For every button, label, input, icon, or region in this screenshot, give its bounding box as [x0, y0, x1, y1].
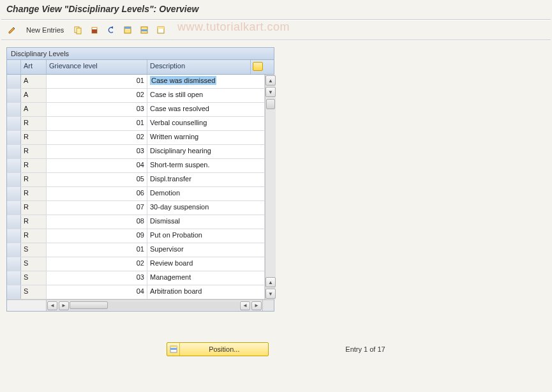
- cell-art[interactable]: A: [21, 103, 47, 116]
- table-row[interactable]: R0730-day suspension: [7, 201, 265, 215]
- cell-grievance-level[interactable]: 07: [47, 201, 147, 215]
- deselect-all-button[interactable]: [154, 23, 168, 37]
- row-selector[interactable]: [7, 229, 21, 243]
- cell-art[interactable]: S: [21, 243, 47, 257]
- cell-grievance-level[interactable]: 05: [47, 173, 147, 186]
- cell-description[interactable]: Disciplinary hearing: [147, 145, 265, 158]
- cell-description[interactable]: Demotion: [147, 187, 265, 200]
- cell-grievance-level[interactable]: 04: [47, 285, 147, 299]
- position-button[interactable]: Position...: [167, 342, 269, 356]
- vertical-scrollbar[interactable]: ▲ ▼ ▲ ▼: [265, 75, 276, 299]
- header-art[interactable]: Art: [21, 60, 47, 74]
- cell-grievance-level[interactable]: 09: [47, 229, 147, 243]
- row-selector[interactable]: [7, 285, 21, 299]
- table-row[interactable]: S03Management: [7, 271, 265, 285]
- cell-grievance-level[interactable]: 03: [47, 103, 147, 116]
- header-configure-button[interactable]: [251, 60, 265, 74]
- cell-art[interactable]: R: [21, 173, 47, 186]
- cell-description[interactable]: Dismissal: [147, 215, 265, 229]
- row-selector[interactable]: [7, 187, 21, 200]
- cell-description[interactable]: Short-term suspen.: [147, 159, 265, 172]
- cell-description[interactable]: Verbal counselling: [147, 117, 265, 130]
- row-selector[interactable]: [7, 117, 21, 130]
- table-row[interactable]: R05Displ.transfer: [7, 173, 265, 187]
- header-description[interactable]: Description: [147, 60, 251, 74]
- scroll-right-button[interactable]: ►: [251, 301, 262, 310]
- cell-art[interactable]: R: [21, 201, 47, 215]
- table-row[interactable]: S04Arbitration board: [7, 285, 265, 299]
- cell-description[interactable]: Case was dismissed: [147, 75, 265, 88]
- cell-description[interactable]: 30-day suspension: [147, 201, 265, 215]
- hscroll-thumb[interactable]: [70, 301, 108, 309]
- cell-art[interactable]: R: [21, 215, 47, 229]
- cell-grievance-level[interactable]: 02: [47, 257, 147, 271]
- table-row[interactable]: R08Dismissal: [7, 215, 265, 229]
- cell-art[interactable]: A: [21, 75, 47, 88]
- row-selector[interactable]: [7, 271, 21, 285]
- toggle-edit-button[interactable]: [5, 23, 19, 37]
- cell-description[interactable]: Displ.transfer: [147, 173, 265, 186]
- cell-art[interactable]: R: [21, 187, 47, 200]
- row-selector[interactable]: [7, 131, 21, 144]
- new-entries-button[interactable]: New Entries: [22, 23, 68, 37]
- scroll-down-button[interactable]: ▼: [265, 289, 276, 299]
- cell-art[interactable]: S: [21, 285, 47, 299]
- copy-as-button[interactable]: [71, 23, 85, 37]
- cell-description[interactable]: Case is still open: [147, 89, 265, 102]
- scroll-up-button[interactable]: ▲: [265, 75, 276, 86]
- row-selector[interactable]: [7, 159, 21, 172]
- cell-art[interactable]: R: [21, 159, 47, 172]
- table-row[interactable]: A03Case was resolved: [7, 103, 265, 117]
- cell-art[interactable]: R: [21, 117, 47, 130]
- scroll-left-button-right[interactable]: ◄: [240, 301, 250, 310]
- table-row[interactable]: R09Put on Probation: [7, 229, 265, 243]
- table-row[interactable]: S01Supervisor: [7, 243, 265, 257]
- header-grievance-level[interactable]: Grievance level: [47, 60, 147, 74]
- select-all-button[interactable]: [121, 23, 135, 37]
- hscroll-track[interactable]: [70, 301, 239, 310]
- scroll-up-button-bottom[interactable]: ▲: [265, 277, 276, 287]
- cell-art[interactable]: R: [21, 145, 47, 158]
- cell-grievance-level[interactable]: 03: [47, 271, 147, 285]
- cell-grievance-level[interactable]: 01: [47, 75, 147, 88]
- cell-grievance-level[interactable]: 06: [47, 187, 147, 200]
- cell-description[interactable]: Written warning: [147, 131, 265, 144]
- cell-art[interactable]: A: [21, 89, 47, 102]
- table-row[interactable]: R02Written warning: [7, 131, 265, 145]
- scroll-left-button[interactable]: ◄: [47, 301, 57, 310]
- cell-description[interactable]: Put on Probation: [147, 229, 265, 243]
- row-selector[interactable]: [7, 75, 21, 88]
- scroll-down-button-top[interactable]: ▼: [265, 87, 276, 97]
- cell-grievance-level[interactable]: 02: [47, 89, 147, 102]
- cell-description[interactable]: Review board: [147, 257, 265, 271]
- row-selector[interactable]: [7, 257, 21, 271]
- cell-art[interactable]: R: [21, 131, 47, 144]
- cell-description[interactable]: Case was resolved: [147, 103, 265, 116]
- table-row[interactable]: A02Case is still open: [7, 89, 265, 103]
- cell-grievance-level[interactable]: 08: [47, 215, 147, 229]
- scroll-thumb[interactable]: [266, 99, 275, 109]
- row-selector[interactable]: [7, 215, 21, 229]
- table-row[interactable]: R04Short-term suspen.: [7, 159, 265, 173]
- row-selector[interactable]: [7, 173, 21, 186]
- row-selector[interactable]: [7, 201, 21, 215]
- cell-grievance-level[interactable]: 02: [47, 131, 147, 144]
- table-row[interactable]: S02Review board: [7, 257, 265, 271]
- scroll-right-button-left[interactable]: ►: [59, 301, 69, 310]
- cell-description[interactable]: Arbitration board: [147, 285, 265, 299]
- row-selector[interactable]: [7, 103, 21, 116]
- cell-grievance-level[interactable]: 01: [47, 117, 147, 130]
- horizontal-scrollbar[interactable]: ◄ ► ◄ ►: [7, 299, 274, 311]
- cell-grievance-level[interactable]: 03: [47, 145, 147, 158]
- cell-description[interactable]: Supervisor: [147, 243, 265, 257]
- row-selector[interactable]: [7, 145, 21, 158]
- cell-art[interactable]: S: [21, 257, 47, 271]
- table-row[interactable]: R03Disciplinary hearing: [7, 145, 265, 159]
- table-row[interactable]: A01Case was dismissed: [7, 75, 265, 89]
- table-row[interactable]: R06Demotion: [7, 187, 265, 201]
- cell-grievance-level[interactable]: 01: [47, 243, 147, 257]
- cell-grievance-level[interactable]: 04: [47, 159, 147, 172]
- row-selector[interactable]: [7, 243, 21, 257]
- delete-button[interactable]: [87, 23, 101, 37]
- cell-art[interactable]: R: [21, 229, 47, 243]
